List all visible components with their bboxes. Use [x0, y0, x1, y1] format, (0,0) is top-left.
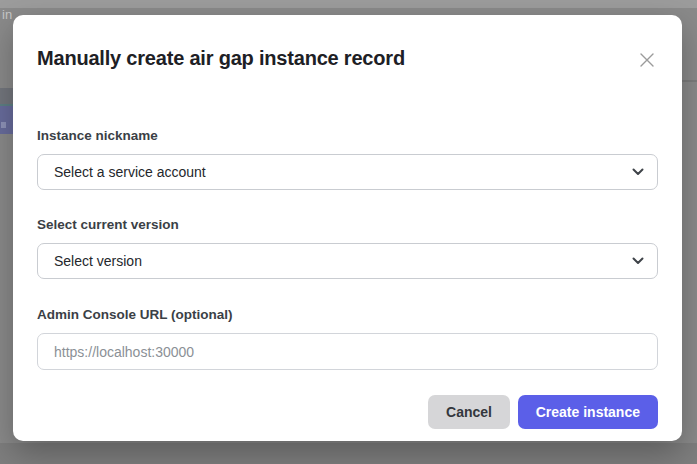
service-account-select[interactable]: Select a service account: [37, 154, 658, 190]
background-divider-fragment: [682, 80, 697, 82]
admin-console-url-label: Admin Console URL (optional): [37, 307, 233, 322]
close-icon[interactable]: [636, 49, 658, 71]
background-row-fragment: [0, 88, 13, 104]
cancel-button[interactable]: Cancel: [428, 395, 510, 429]
background-partial-text: in: [2, 7, 12, 22]
background-row-mark: [1, 122, 6, 128]
current-version-label: Select current version: [37, 217, 179, 232]
background-header-band: [0, 0, 697, 8]
version-select[interactable]: Select version: [37, 243, 658, 279]
version-select-wrap: Select version: [37, 243, 658, 279]
create-airgap-instance-modal: Manually create air gap instance record …: [13, 15, 682, 441]
create-instance-button[interactable]: Create instance: [518, 395, 658, 429]
instance-nickname-label: Instance nickname: [37, 128, 158, 143]
modal-title: Manually create air gap instance record: [37, 47, 622, 70]
admin-console-url-input[interactable]: [37, 333, 658, 370]
service-account-select-wrap: Select a service account: [37, 154, 658, 190]
background-footer-band: [0, 443, 697, 464]
x-icon: [639, 52, 655, 68]
background-selected-row-fragment: [0, 104, 13, 134]
